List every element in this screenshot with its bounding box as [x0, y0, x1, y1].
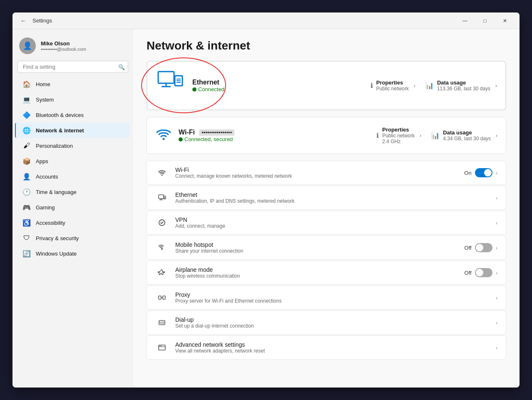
ethernet-properties[interactable]: ℹ Properties Public network › — [370, 80, 415, 92]
chevron-vpn: › — [496, 220, 497, 226]
toggle-knob-airplane — [476, 269, 483, 276]
ethernet-data-usage[interactable]: 📊 Data usage 113.36 GB, last 30 days › — [425, 80, 497, 92]
sidebar-item-time[interactable]: 🕐 Time & language — [16, 184, 130, 199]
sidebar-label-gaming: Gaming — [36, 204, 55, 211]
wifi-data-usage-icon: 📊 — [431, 132, 440, 139]
user-email: ••••••••••@outlook.com — [41, 47, 86, 52]
user-name: Mike Olson — [41, 40, 86, 47]
sidebar-label-home: Home — [36, 81, 50, 87]
wifi-status-dot — [179, 137, 183, 142]
ethernet-setting-title: Ethernet — [175, 191, 489, 198]
maximize-button[interactable]: □ — [475, 14, 495, 27]
sidebar-item-update[interactable]: 🔄 Windows Update — [16, 246, 130, 261]
sidebar-item-accessibility[interactable]: ♿ Accessibility — [16, 215, 130, 230]
chevron-proxy: › — [496, 295, 497, 301]
sidebar-item-bluetooth[interactable]: 🔷 Bluetooth & devices — [16, 107, 130, 122]
sidebar-label-accounts: Accounts — [36, 174, 58, 180]
ethernet-connection-card[interactable]: Ethernet Connected ℹ Properties Public n… — [147, 61, 506, 110]
hotspot-setting-icon — [155, 241, 169, 254]
system-icon: 💻 — [22, 95, 31, 104]
settings-item-proxy[interactable]: Proxy Proxy server for Wi-Fi and Etherne… — [147, 286, 506, 310]
toggle-wifi[interactable] — [475, 168, 492, 177]
wifi-data-usage-info: Data usage 4.34 GB, last 30 days — [443, 129, 491, 142]
svg-point-9 — [162, 175, 163, 176]
svg-rect-22 — [159, 320, 165, 325]
airplane-setting-right: Off › — [465, 268, 497, 277]
wifi-setting-right: On › — [464, 168, 497, 177]
advanced-setting-desc: View all network adapters, network reset — [175, 348, 489, 354]
vpn-setting-desc: Add, connect, manage — [175, 223, 489, 229]
advanced-setting-right: › — [496, 345, 497, 351]
advanced-setting-icon — [155, 341, 169, 354]
chevron-ethernet: › — [496, 195, 497, 201]
sidebar-item-accounts[interactable]: 👤 Accounts — [16, 169, 130, 184]
settings-item-dialup[interactable]: Dial-up Set up a dial-up internet connec… — [147, 311, 506, 335]
advanced-setting-content: Advanced network settings View all netwo… — [175, 341, 489, 354]
proxy-setting-right: › — [496, 295, 497, 301]
wifi-connection-cards: Wi-Fi •••••••••••••••• Connected, secure… — [147, 117, 506, 154]
toggle-airplane[interactable] — [475, 268, 492, 277]
hotspot-setting-title: Mobile hotspot — [175, 241, 458, 248]
sidebar-item-privacy[interactable]: 🛡 Privacy & security — [16, 231, 130, 246]
svg-rect-0 — [158, 72, 174, 83]
toggle-label-airplane: Off — [465, 270, 472, 276]
status-dot — [192, 87, 196, 92]
wifi-setting-icon — [155, 166, 169, 179]
privacy-icon: 🛡 — [22, 234, 31, 242]
wifi-data-usage-chevron: › — [496, 133, 497, 139]
home-icon: 🏠 — [22, 80, 31, 88]
dialup-setting-title: Dial-up — [175, 316, 489, 323]
sidebar-item-personalization[interactable]: 🖌 Personalization — [16, 138, 130, 153]
svg-rect-10 — [159, 195, 164, 199]
ethernet-icon — [156, 68, 186, 103]
sidebar-label-update: Windows Update — [36, 251, 77, 257]
user-profile: 👤 Mike Olson ••••••••••@outlook.com — [12, 34, 133, 61]
sidebar-item-network[interactable]: 🌐 Network & internet — [15, 123, 130, 138]
wifi-actions: ℹ Properties Public network 2.4 GHz › 📊 … — [376, 127, 497, 144]
data-usage-info: Data usage 113.36 GB, last 30 days — [437, 80, 490, 92]
svg-point-24 — [160, 323, 161, 324]
sidebar-item-gaming[interactable]: 🎮 Gaming — [16, 200, 130, 215]
settings-item-vpn[interactable]: VPN Add, connect, manage › — [147, 211, 506, 235]
sidebar-label-privacy: Privacy & security — [36, 235, 79, 241]
sidebar-label-time: Time & language — [36, 189, 77, 195]
hotspot-setting-content: Mobile hotspot Share your internet conne… — [175, 241, 458, 254]
chevron-dialup: › — [496, 320, 497, 326]
vpn-setting-icon — [155, 216, 169, 229]
sidebar-label-system: System — [36, 97, 54, 103]
settings-item-airplane[interactable]: Airplane mode Stop wireless communicatio… — [147, 261, 506, 285]
apps-icon: 📦 — [22, 157, 31, 165]
wifi-data-usage[interactable]: 📊 Data usage 4.34 GB, last 30 days › — [431, 129, 497, 142]
wifi-setting-title: Wi-Fi — [175, 166, 457, 173]
proxy-setting-icon — [155, 291, 169, 304]
minimize-button[interactable]: — — [455, 14, 475, 27]
sidebar-item-system[interactable]: 💻 System — [16, 92, 130, 107]
settings-item-ethernet[interactable]: Ethernet Authentication, IP and DNS sett… — [147, 186, 506, 210]
settings-item-wifi[interactable]: Wi-Fi Connect, manage known networks, me… — [147, 161, 506, 185]
wifi-connection-card[interactable]: Wi-Fi •••••••••••••••• Connected, secure… — [147, 117, 506, 154]
content-area: 👤 Mike Olson ••••••••••@outlook.com 🔍 🏠 … — [12, 29, 520, 388]
toggle-hotspot[interactable] — [475, 243, 492, 252]
proxy-setting-desc: Proxy server for Wi-Fi and Ethernet conn… — [175, 298, 489, 304]
sidebar-item-apps[interactable]: 📦 Apps — [16, 154, 130, 169]
toggle-label-hotspot: Off — [465, 245, 472, 251]
wifi-name: Wi-Fi •••••••••••••••• — [179, 129, 370, 136]
sidebar-label-bluetooth: Bluetooth & devices — [36, 112, 84, 118]
ethernet-name: Ethernet — [192, 79, 364, 86]
search-input[interactable] — [17, 61, 128, 73]
proxy-setting-content: Proxy Proxy server for Wi-Fi and Etherne… — [175, 291, 489, 304]
svg-point-29 — [159, 345, 160, 346]
accounts-icon: 👤 — [22, 172, 31, 181]
toggle-knob-wifi — [484, 169, 492, 176]
sidebar-item-home[interactable]: 🏠 Home — [16, 77, 130, 92]
sidebar-label-apps: Apps — [36, 158, 48, 164]
wifi-card-info: Wi-Fi •••••••••••••••• Connected, secure… — [179, 129, 370, 142]
back-button[interactable]: ← — [17, 15, 29, 27]
settings-item-hotspot[interactable]: Mobile hotspot Share your internet conne… — [147, 236, 506, 260]
wifi-properties[interactable]: ℹ Properties Public network 2.4 GHz › — [376, 127, 421, 144]
airplane-setting-icon — [155, 266, 169, 279]
close-button[interactable]: ✕ — [495, 14, 515, 27]
data-usage-chevron: › — [495, 83, 497, 89]
wifi-setting-content: Wi-Fi Connect, manage known networks, me… — [175, 166, 457, 179]
settings-item-advanced[interactable]: Advanced network settings View all netwo… — [147, 335, 506, 360]
